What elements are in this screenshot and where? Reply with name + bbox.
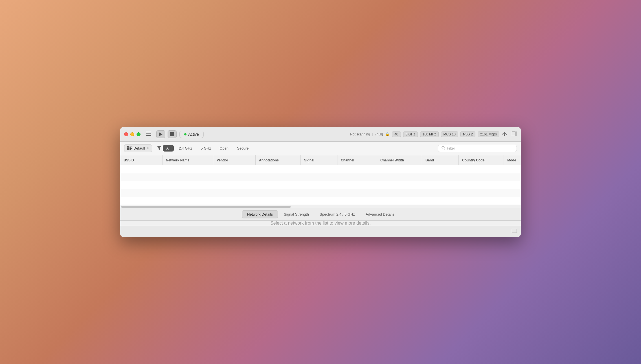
app-window: Active Not scanning | (null) 🔒 40 5 GHz … (120, 127, 521, 237)
filter-all-button[interactable]: All (163, 145, 174, 152)
active-dot-icon (184, 133, 186, 135)
profile-selector[interactable]: Default ⬍ (124, 144, 152, 152)
col-vendor: Vendor (213, 155, 256, 165)
svg-rect-14 (129, 149, 131, 150)
col-channel: Channel (337, 155, 377, 165)
svg-rect-9 (127, 146, 129, 148)
table-header: BSSID Network Name Vendor Annotations Si… (120, 155, 521, 165)
minimize-button[interactable] (130, 132, 134, 136)
filter-open-button[interactable]: Open (216, 145, 232, 152)
col-signal: Signal (301, 155, 337, 165)
titlebar-status: Not scanning | (null) 🔒 40 5 GHz 160 MHz… (350, 131, 517, 137)
table-row[interactable] (120, 197, 521, 205)
mcs-badge: MCS 10 (441, 131, 458, 137)
titlebar: Active Not scanning | (null) 🔒 40 5 GHz … (120, 127, 521, 142)
table-row[interactable] (120, 181, 521, 189)
maximize-button[interactable] (137, 132, 141, 136)
search-input[interactable] (447, 146, 513, 150)
scanning-status: Not scanning (350, 132, 370, 136)
antenna-icon (502, 131, 507, 137)
playback-controls (156, 130, 177, 138)
band-badge: 5 GHz (403, 131, 418, 137)
table-body[interactable] (120, 165, 521, 205)
profile-icon (127, 146, 132, 151)
filter-5ghz-button[interactable]: 5 GHz (197, 145, 214, 152)
svg-marker-3 (159, 132, 163, 136)
expand-button[interactable] (512, 131, 517, 137)
detail-empty-text: Select a network from the list to view m… (270, 221, 371, 226)
detail-panel: Select a network from the list to view m… (120, 221, 521, 226)
col-annotations: Annotations (256, 155, 301, 165)
active-status-badge: Active (179, 131, 204, 138)
svg-marker-15 (157, 146, 161, 150)
svg-rect-18 (512, 229, 517, 233)
chevron-updown-icon: ⬍ (147, 147, 149, 150)
nss-badge: NSS 2 (460, 131, 475, 137)
width-badge: 160 MHz (420, 131, 439, 137)
col-bssid: BSSID (120, 155, 163, 165)
filter-icon (157, 146, 161, 151)
speed-badge: 2161 Mbps (478, 131, 499, 137)
bottom-expand-icon[interactable] (512, 229, 517, 234)
channel-badge: 40 (392, 131, 401, 137)
svg-rect-0 (146, 132, 151, 132)
traffic-lights (124, 132, 141, 136)
tab-advanced-details[interactable]: Advanced Details (361, 210, 399, 218)
col-channel-width: Channel Width (377, 155, 422, 165)
search-section[interactable] (438, 145, 517, 152)
stop-button[interactable] (168, 130, 177, 138)
col-mode: Mode (504, 155, 521, 165)
close-button[interactable] (124, 132, 128, 136)
tab-spectrum[interactable]: Spectrum 2.4 / 5 GHz (315, 210, 360, 218)
network-table: BSSID Network Name Vendor Annotations Si… (120, 155, 521, 208)
active-label: Active (188, 132, 199, 137)
bottom-bar (120, 226, 521, 237)
svg-point-16 (442, 146, 444, 149)
svg-point-5 (504, 135, 505, 136)
play-button[interactable] (156, 130, 165, 138)
lock-icon: 🔒 (385, 132, 390, 136)
col-network-name: Network Name (163, 155, 213, 165)
table-row[interactable] (120, 165, 521, 173)
svg-rect-13 (129, 148, 132, 149)
table-row[interactable] (120, 173, 521, 181)
sidebar-toggle-icon[interactable] (145, 130, 152, 138)
tab-network-details[interactable]: Network Details (242, 210, 278, 218)
col-band: Band (422, 155, 459, 165)
filter-section: All 2.4 GHz 5 GHz Open Secure (157, 145, 252, 152)
svg-rect-12 (127, 148, 129, 150)
svg-rect-11 (129, 147, 131, 148)
search-icon (442, 146, 445, 151)
scrollbar-thumb[interactable] (121, 206, 291, 208)
svg-rect-1 (146, 133, 151, 134)
svg-rect-2 (146, 135, 151, 136)
svg-rect-10 (129, 146, 132, 146)
filter-secure-button[interactable]: Secure (234, 145, 252, 152)
svg-rect-8 (515, 131, 517, 136)
table-row[interactable] (120, 189, 521, 197)
tab-signal-strength[interactable]: Signal Strength (279, 210, 314, 218)
svg-line-17 (444, 149, 445, 150)
filter-24ghz-button[interactable]: 2.4 GHz (175, 145, 196, 152)
profile-label: Default (133, 146, 145, 150)
tabs-bar: Network Details Signal Strength Spectrum… (120, 208, 521, 221)
null-network: (null) (376, 132, 383, 136)
col-country-code: Country Code (459, 155, 504, 165)
toolbar: Default ⬍ All 2.4 GHz 5 GHz Open Secure (120, 142, 521, 155)
scrollbar-track[interactable] (120, 205, 521, 208)
svg-rect-4 (170, 132, 174, 136)
